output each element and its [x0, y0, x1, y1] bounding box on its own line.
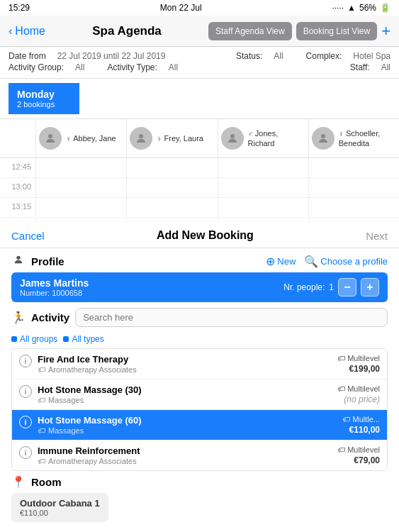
- profile-icon: [11, 254, 26, 268]
- staff-name-frey: ♀ Frey, Laura: [157, 133, 203, 143]
- profile-label: Profile: [31, 255, 64, 267]
- activity-sub-text-3: Aromatherapy Associates: [48, 457, 137, 465]
- activity-price-1: (no price): [337, 394, 380, 404]
- activity-name-2: Hot Stone Massage (60): [38, 415, 337, 426]
- tag-icon-0: 🏷: [38, 365, 45, 374]
- increment-button[interactable]: +: [361, 278, 379, 297]
- info-icon-1[interactable]: i: [19, 385, 32, 398]
- decrement-button[interactable]: −: [338, 278, 356, 297]
- svg-point-4: [16, 256, 20, 260]
- gender-icon-schoeller: ♀: [339, 130, 346, 138]
- info-icon-0[interactable]: i: [19, 355, 32, 367]
- new-profile-button[interactable]: ⊕ New: [266, 255, 296, 268]
- signal-icon: ·····: [332, 3, 344, 13]
- activity-right-1: 🏷 Multilevel (no price): [337, 384, 380, 404]
- status-right: ····· ▲ 56% 🔋: [332, 3, 390, 13]
- activity-sub-2: 🏷 Massages: [38, 426, 337, 435]
- activity-name-3: Immune Reinforcement: [38, 445, 332, 456]
- slot-frey-1300: [126, 178, 217, 197]
- search-input[interactable]: [75, 308, 388, 327]
- activity-item-0[interactable]: i Fire And Ice Therapy 🏷 Aromatherapy As…: [12, 349, 387, 379]
- activity-price-0: €199,00: [337, 364, 380, 374]
- tag-dot-types: [63, 336, 69, 342]
- staff-agenda-view-button[interactable]: Staff Agenda View: [208, 22, 292, 40]
- slot-abbey-1300: [35, 178, 126, 197]
- gender-icon-jones: ♂: [248, 130, 255, 138]
- activity-item-2[interactable]: i Hot Stone Massage (60) 🏷 Massages 🏷 Mu…: [12, 410, 387, 440]
- room-card[interactable]: Outdoor Cabana 1 €110,00: [11, 493, 108, 522]
- status-day: Mon 22 Jul: [160, 3, 202, 13]
- back-label: Home: [15, 25, 45, 38]
- room-section: 📍 Room Outdoor Cabana 1 €110,00: [0, 471, 399, 525]
- profile-counter: Nr. people: 1 − +: [283, 278, 379, 297]
- time-1315: 13:15: [0, 198, 35, 217]
- profile-card: James Martins Number: 1000658 Nr. people…: [11, 272, 388, 302]
- activity-sub-text-2: Massages: [48, 426, 84, 435]
- slot-schoeller-1315: [308, 198, 399, 217]
- day-header[interactable]: Monday 2 bookings: [9, 83, 79, 114]
- tag-dot-groups: [11, 336, 17, 342]
- activity-details-1: Hot Stone Massage (30) 🏷 Massages: [38, 384, 332, 404]
- time-1300: 13:00: [0, 178, 35, 197]
- nr-people-value: 1: [329, 282, 334, 292]
- activity-item-3[interactable]: i Immune Reinforcement 🏷 Aromatherapy As…: [12, 440, 387, 470]
- all-groups-tag[interactable]: All groups: [11, 334, 57, 344]
- activity-item-1[interactable]: i Hot Stone Massage (30) 🏷 Massages 🏷 Mu…: [12, 379, 387, 410]
- battery-level: 56%: [359, 3, 376, 13]
- new-label: New: [277, 256, 296, 267]
- svg-point-1: [139, 134, 143, 138]
- profile-section-header: Profile ⊕ New 🔍 Choose a profile: [11, 254, 388, 268]
- activity-icon: 🏃: [11, 311, 26, 324]
- activity-right-2: 🏷 Multle... €110,00: [342, 415, 380, 435]
- search-icon: 🔍: [304, 255, 318, 268]
- avatar-jones: [221, 127, 244, 150]
- avatar-frey: [130, 127, 152, 150]
- svg-point-2: [230, 134, 235, 138]
- activity-right-3: 🏷 Multilevel €79,00: [337, 445, 380, 465]
- info-icon-2[interactable]: i: [19, 416, 32, 428]
- all-groups-label: All groups: [20, 334, 57, 344]
- activity-sub-0: 🏷 Aromatherapy Associates: [38, 365, 332, 374]
- choose-label: Choose a profile: [320, 256, 388, 267]
- gender-icon-abbey: ♀: [66, 135, 73, 143]
- booking-list-view-button[interactable]: Booking List View: [296, 22, 378, 40]
- day-bookings: 2 bookings: [17, 100, 71, 109]
- slot-1245: 12:45: [0, 158, 399, 178]
- next-button[interactable]: Next: [366, 230, 388, 242]
- profile-number: Number: 1000658: [20, 289, 89, 297]
- tag-icon-1: 🏷: [38, 396, 45, 404]
- wifi-icon: ▲: [347, 3, 356, 13]
- profile-section: Profile ⊕ New 🔍 Choose a profile James M…: [0, 248, 399, 305]
- activity-header: 🏃 Activity: [11, 308, 388, 327]
- activity-level-2: 🏷 Multle...: [342, 415, 380, 423]
- add-button[interactable]: +: [381, 22, 390, 40]
- back-chevron-icon: ‹: [9, 25, 12, 38]
- activity-type-label: Activity Type:: [107, 62, 157, 72]
- all-types-tag[interactable]: All types: [63, 334, 103, 344]
- day-header-wrap: Monday 2 bookings: [0, 79, 399, 119]
- activity-name-1: Hot Stone Massage (30): [38, 384, 332, 395]
- activity-details-2: Hot Stone Massage (60) 🏷 Massages: [38, 415, 337, 435]
- activity-list: i Fire And Ice Therapy 🏷 Aromatherapy As…: [11, 348, 388, 471]
- nav-buttons: Staff Agenda View Booking List View +: [208, 22, 390, 40]
- activity-sub-1: 🏷 Massages: [38, 396, 332, 404]
- info-icon-3[interactable]: i: [19, 446, 32, 459]
- activity-type-value: All: [169, 62, 178, 72]
- choose-profile-button[interactable]: 🔍 Choose a profile: [304, 255, 388, 268]
- activity-name-0: Fire And Ice Therapy: [38, 354, 332, 365]
- slot-schoeller-1300: [308, 178, 399, 197]
- complex-value: Hotel Spa: [353, 51, 390, 61]
- cancel-button[interactable]: Cancel: [11, 230, 45, 242]
- slot-frey-1315: [126, 198, 217, 217]
- activity-group-value: All: [75, 62, 84, 72]
- date-from-label: Date from: [9, 51, 46, 61]
- staff-cell-2: ♂ Jones, Richard: [218, 119, 308, 157]
- day-name: Monday: [17, 89, 71, 100]
- back-button[interactable]: ‹ Home: [9, 25, 45, 38]
- slot-1315: 13:15: [0, 198, 399, 218]
- avatar-abbey: [39, 127, 62, 150]
- slot-jones-1315: [218, 198, 308, 217]
- slot-abbey-1315: [35, 198, 126, 217]
- avatar-schoeller: [312, 127, 335, 150]
- modal-header: Cancel Add New Booking Next: [0, 222, 399, 248]
